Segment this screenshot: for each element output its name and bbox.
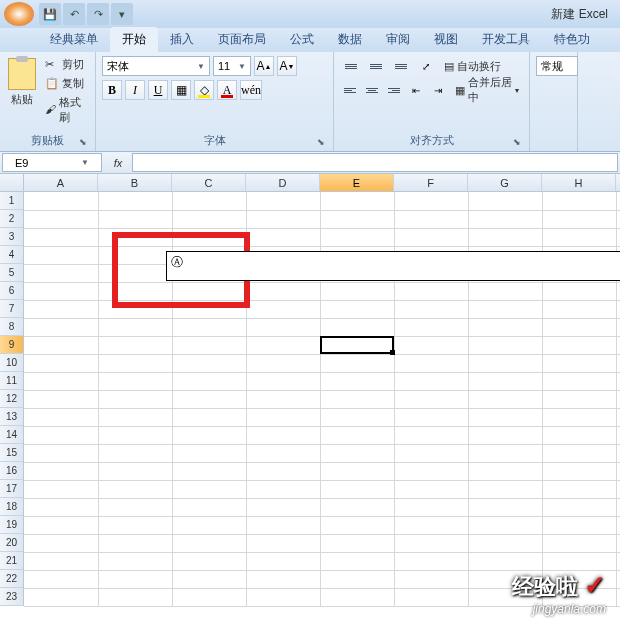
increase-indent-button[interactable]: ⇥: [429, 80, 448, 100]
alignment-group-label: 对齐方式: [410, 134, 454, 146]
alignment-launcher[interactable]: ⬊: [511, 137, 523, 149]
row-header[interactable]: 8: [0, 318, 23, 336]
group-font: 宋体▼ 11▼ A▲ A▼ B I U ▦ ◇ A wén 字体⬊: [96, 52, 334, 151]
align-top-button[interactable]: [340, 56, 362, 76]
tab-data[interactable]: 数据: [326, 27, 374, 52]
row-header[interactable]: 12: [0, 390, 23, 408]
chevron-down-icon: ▼: [197, 62, 205, 71]
group-clipboard: 粘贴 ✂剪切 📋复制 🖌格式刷 剪贴板⬊: [0, 52, 96, 151]
office-button[interactable]: [4, 2, 34, 26]
col-header[interactable]: D: [246, 174, 320, 191]
number-format-combo[interactable]: 常规: [536, 56, 578, 76]
wrap-text-button[interactable]: ▤自动换行: [440, 56, 505, 76]
orientation-button[interactable]: ⤢: [415, 56, 437, 76]
formula-bar-row: E9▼ fx: [0, 152, 620, 174]
copy-button[interactable]: 📋复制: [42, 75, 89, 92]
copy-icon: 📋: [45, 77, 59, 91]
chevron-down-icon: ▼: [238, 62, 246, 71]
italic-button[interactable]: I: [125, 80, 145, 100]
row-header[interactable]: 11: [0, 372, 23, 390]
align-middle-button[interactable]: [365, 56, 387, 76]
row-header[interactable]: 1: [0, 192, 23, 210]
name-box[interactable]: E9▼: [2, 153, 102, 172]
col-header[interactable]: G: [468, 174, 542, 191]
select-all-corner[interactable]: [0, 174, 24, 191]
col-header[interactable]: E: [320, 174, 394, 191]
cells-area[interactable]: Ⓐ: [24, 192, 620, 606]
shrink-font-button[interactable]: A▼: [277, 56, 297, 76]
fx-button[interactable]: fx: [106, 153, 130, 173]
formula-bar[interactable]: [132, 153, 618, 172]
fill-color-button[interactable]: ◇: [194, 80, 214, 100]
row-header[interactable]: 13: [0, 408, 23, 426]
tab-layout[interactable]: 页面布局: [206, 27, 278, 52]
underline-button[interactable]: U: [148, 80, 168, 100]
align-left-button[interactable]: [340, 80, 359, 100]
col-header[interactable]: C: [172, 174, 246, 191]
border-button[interactable]: ▦: [171, 80, 191, 100]
phonetic-button[interactable]: wén: [240, 80, 262, 100]
align-center-button[interactable]: [362, 80, 381, 100]
ribbon-body: 粘贴 ✂剪切 📋复制 🖌格式刷 剪贴板⬊ 宋体▼ 11▼ A▲ A▼ B I U…: [0, 52, 620, 152]
brush-icon: 🖌: [45, 103, 56, 117]
decrease-indent-button[interactable]: ⇤: [406, 80, 425, 100]
row-header[interactable]: 20: [0, 534, 23, 552]
row-header[interactable]: 9: [0, 336, 23, 354]
row-header[interactable]: 21: [0, 552, 23, 570]
row-header[interactable]: 17: [0, 480, 23, 498]
row-header[interactable]: 16: [0, 462, 23, 480]
tab-special[interactable]: 特色功: [542, 27, 602, 52]
font-group-label: 字体: [204, 134, 226, 146]
tab-formulas[interactable]: 公式: [278, 27, 326, 52]
col-header[interactable]: A: [24, 174, 98, 191]
font-name-combo[interactable]: 宋体▼: [102, 56, 210, 76]
font-color-button[interactable]: A: [217, 80, 237, 100]
qat-customize[interactable]: ▾: [111, 3, 133, 25]
cell-selection: [320, 336, 394, 354]
row-header[interactable]: 15: [0, 444, 23, 462]
row-header[interactable]: 5: [0, 264, 23, 282]
col-header[interactable]: H: [542, 174, 616, 191]
format-painter-button[interactable]: 🖌格式刷: [42, 94, 89, 126]
qat-save[interactable]: 💾: [39, 3, 61, 25]
tab-view[interactable]: 视图: [422, 27, 470, 52]
column-headers: A B C D E F G H: [0, 174, 620, 192]
paste-button[interactable]: 粘贴: [6, 56, 38, 133]
paste-icon: [8, 58, 36, 90]
font-launcher[interactable]: ⬊: [315, 137, 327, 149]
window-title: 新建 Excel: [551, 6, 616, 23]
align-right-button[interactable]: [384, 80, 403, 100]
chevron-down-icon: ▼: [81, 158, 89, 167]
tab-developer[interactable]: 开发工具: [470, 27, 542, 52]
align-bottom-button[interactable]: [390, 56, 412, 76]
tab-home[interactable]: 开始: [110, 27, 158, 52]
grow-font-button[interactable]: A▲: [254, 56, 274, 76]
row-header[interactable]: 2: [0, 210, 23, 228]
qat-undo[interactable]: ↶: [63, 3, 85, 25]
bold-button[interactable]: B: [102, 80, 122, 100]
row-header[interactable]: 6: [0, 282, 23, 300]
tab-classic[interactable]: 经典菜单: [38, 27, 110, 52]
col-header[interactable]: F: [394, 174, 468, 191]
row-header[interactable]: 10: [0, 354, 23, 372]
qat-redo[interactable]: ↷: [87, 3, 109, 25]
row-header[interactable]: 4: [0, 246, 23, 264]
font-size-combo[interactable]: 11▼: [213, 56, 251, 76]
row-header[interactable]: 7: [0, 300, 23, 318]
row-header[interactable]: 18: [0, 498, 23, 516]
row-header[interactable]: 22: [0, 570, 23, 588]
group-alignment: ⤢ ▤自动换行 ⇤ ⇥ ▦合并后居中▾ 对齐方式⬊: [334, 52, 530, 151]
cut-button[interactable]: ✂剪切: [42, 56, 89, 73]
row-header[interactable]: 3: [0, 228, 23, 246]
row-header[interactable]: 14: [0, 426, 23, 444]
tab-insert[interactable]: 插入: [158, 27, 206, 52]
row-header[interactable]: 23: [0, 588, 23, 606]
clipboard-launcher[interactable]: ⬊: [77, 137, 89, 149]
tab-review[interactable]: 审阅: [374, 27, 422, 52]
text-box[interactable]: Ⓐ: [166, 251, 620, 281]
row-header[interactable]: 19: [0, 516, 23, 534]
merge-center-button[interactable]: ▦合并后居中▾: [451, 80, 523, 100]
scissors-icon: ✂: [45, 58, 59, 72]
check-icon: ✓: [584, 570, 606, 600]
col-header[interactable]: B: [98, 174, 172, 191]
